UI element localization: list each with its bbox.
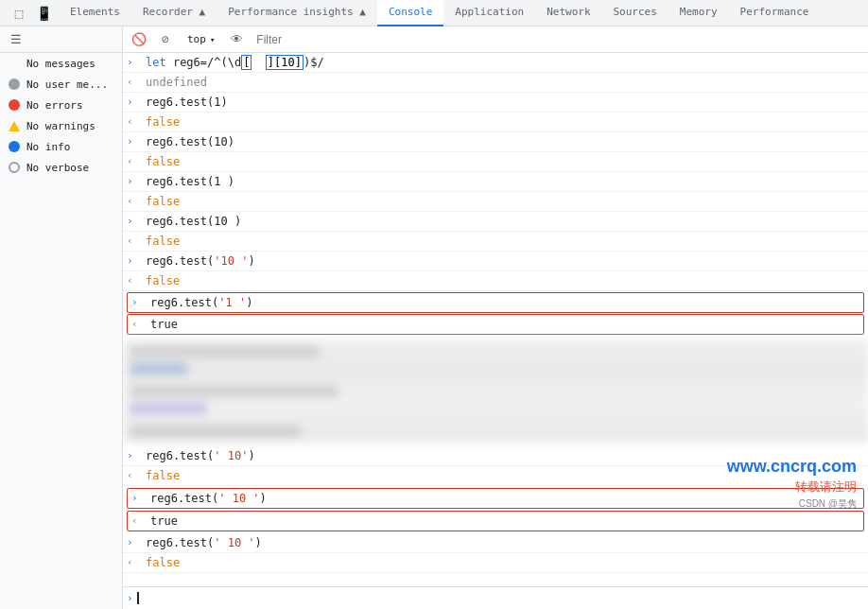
input-arrow-test1str[interactable]: › <box>128 293 147 311</box>
console-entry-false7: ‹ false <box>123 553 868 573</box>
input-arrow-reg6[interactable]: › <box>123 53 142 71</box>
tab-performance[interactable]: Performance <box>729 0 821 26</box>
device-icon[interactable]: 📱 <box>34 4 53 23</box>
entry-content-false3: false <box>142 192 868 211</box>
entry-content-false7: false <box>142 553 868 572</box>
entry-content-test10str: reg6.test('10 ') <box>142 252 868 270</box>
output-arrow-false1: ‹ <box>123 113 142 130</box>
console-input-line[interactable]: › <box>123 586 868 609</box>
chevron-down-icon: ▾ <box>210 35 215 44</box>
console-entry-test1sp: › reg6.test(1 ) <box>123 172 868 192</box>
entry-content-test10sp: reg6.test(10 ) <box>142 212 868 231</box>
entry-content-undefined: undefined <box>142 73 868 92</box>
entry-content-false5: false <box>142 271 868 290</box>
filter-toggle-btn[interactable]: ⊘ <box>155 29 176 50</box>
entry-content-test10: reg6.test(10) <box>142 132 868 151</box>
console-cursor <box>137 592 139 604</box>
console-entry-false2: ‹ false <box>123 152 868 172</box>
verbose-icon <box>8 161 21 174</box>
entry-content-true1: true <box>147 315 863 334</box>
console-entry-false4: ‹ false <box>123 232 868 252</box>
error-icon <box>8 98 21 112</box>
output-arrow-true2: ‹ <box>128 512 147 530</box>
input-arrow-test10sp[interactable]: › <box>123 212 142 230</box>
console-entry-testsp10sp2: › reg6.test(' 10 ') <box>123 533 868 553</box>
entry-content-false2: false <box>142 152 868 171</box>
console-entry-false3: ‹ false <box>123 192 868 212</box>
console-panel: 🚫 ⊘ top ▾ 👁 › let reg6=/^(\d[ ][10])$/ ‹ <box>123 26 868 609</box>
output-arrow-undefined: ‹ <box>123 73 142 91</box>
info-icon <box>8 140 21 153</box>
tab-network[interactable]: Network <box>535 0 601 26</box>
console-entry-false5: ‹ false <box>123 271 868 291</box>
input-arrow-test10str[interactable]: › <box>123 252 142 270</box>
tab-sources[interactable]: Sources <box>602 0 668 26</box>
console-entry-test10sp: › reg6.test(10 ) <box>123 212 868 232</box>
sidebar: ☰ No messages No user me... No errors No… <box>0 26 123 609</box>
filter-input[interactable] <box>252 31 862 48</box>
console-entry-testsp10: › reg6.test(' 10') <box>123 446 868 466</box>
entry-content-testsp10sp2: reg6.test(' 10 ') <box>142 533 868 552</box>
input-arrow-test10[interactable]: › <box>123 132 142 150</box>
sidebar-item-no-warnings[interactable]: No warnings <box>0 115 122 136</box>
console-entry-test10str: › reg6.test('10 ') <box>123 252 868 271</box>
eye-icon[interactable]: 👁 <box>226 29 247 50</box>
sidebar-item-no-errors[interactable]: No errors <box>0 95 122 115</box>
level-label: top <box>187 33 206 45</box>
console-entry-let-reg6: › let reg6=/^(\d[ ][10])$/ <box>123 53 868 73</box>
tab-memory[interactable]: Memory <box>668 0 729 26</box>
sidebar-item-no-messages[interactable]: No messages <box>0 53 122 74</box>
no-messages-icon <box>8 57 21 70</box>
console-prompt-arrow: › <box>127 592 133 604</box>
entry-content-testsp10: reg6.test(' 10') <box>142 446 868 465</box>
regex-bracket-box2: ][10] <box>266 55 304 70</box>
inspect-icon[interactable]: ⬚ <box>9 4 28 23</box>
input-arrow-testsp10sp[interactable]: › <box>128 489 147 507</box>
entry-content-test1: reg6.test(1) <box>142 93 868 112</box>
console-entry-false1: ‹ false <box>123 113 868 132</box>
tab-icon-group: ⬚ 📱 <box>4 4 59 23</box>
entry-content-false6: false <box>142 466 868 485</box>
entry-content-true2: true <box>147 512 863 531</box>
level-dropdown[interactable]: top ▾ <box>182 31 220 47</box>
output-arrow-false5: ‹ <box>123 271 142 289</box>
sidebar-item-no-info[interactable]: No info <box>0 136 122 157</box>
output-arrow-true1: ‹ <box>128 315 147 333</box>
main-area: ☰ No messages No user me... No errors No… <box>0 26 868 609</box>
tab-console[interactable]: Console <box>377 0 443 26</box>
tab-application[interactable]: Application <box>443 0 535 26</box>
tab-elements[interactable]: Elements <box>59 0 131 26</box>
console-entry-true1: ‹ true <box>127 314 864 335</box>
sidebar-toolbar: ☰ <box>0 26 122 53</box>
console-entry-true2: ‹ true <box>127 511 864 531</box>
sidebar-item-no-verbose[interactable]: No verbose <box>0 157 122 178</box>
tab-recorder[interactable]: Recorder ▲ <box>131 0 217 26</box>
entry-content-reg6: let reg6=/^(\d[ ][10])$/ <box>142 53 868 72</box>
output-arrow-false7: ‹ <box>123 553 142 571</box>
output-arrow-false3: ‹ <box>123 192 142 210</box>
regex-bracket-box: [ <box>241 55 252 70</box>
input-arrow-test1sp[interactable]: › <box>123 172 142 190</box>
clear-console-btn[interactable]: 🚫 <box>129 29 149 50</box>
entry-content-test1str: reg6.test('1 ') <box>147 293 863 312</box>
sidebar-menu-icon[interactable]: ☰ <box>6 29 26 50</box>
console-output[interactable]: › let reg6=/^(\d[ ][10])$/ ‹ undefined ›… <box>123 53 868 586</box>
input-arrow-test1[interactable]: › <box>123 93 142 111</box>
entry-content-testsp10sp: reg6.test(' 10 ') <box>147 489 863 508</box>
console-entry-test1: › reg6.test(1) <box>123 93 868 113</box>
tab-bar: ⬚ 📱 Elements Recorder ▲ Performance insi… <box>0 0 868 26</box>
console-toolbar: 🚫 ⊘ top ▾ 👁 <box>123 26 868 53</box>
output-arrow-false2: ‹ <box>123 152 142 170</box>
output-arrow-false6: ‹ <box>123 466 142 484</box>
console-entry-false6: ‹ false <box>123 466 868 486</box>
entry-content-false4: false <box>142 232 868 251</box>
warning-icon <box>8 119 21 132</box>
input-arrow-testsp10sp2[interactable]: › <box>123 533 142 551</box>
console-entry-test1str-true: › reg6.test('1 ') <box>127 292 864 313</box>
tab-performance-insights[interactable]: Performance insights ▲ <box>217 0 377 26</box>
input-arrow-testsp10[interactable]: › <box>123 446 142 464</box>
sidebar-item-no-user[interactable]: No user me... <box>0 74 122 95</box>
console-entry-test10: › reg6.test(10) <box>123 132 868 152</box>
entry-content-false1: false <box>142 113 868 131</box>
console-entry-undefined: ‹ undefined <box>123 73 868 93</box>
